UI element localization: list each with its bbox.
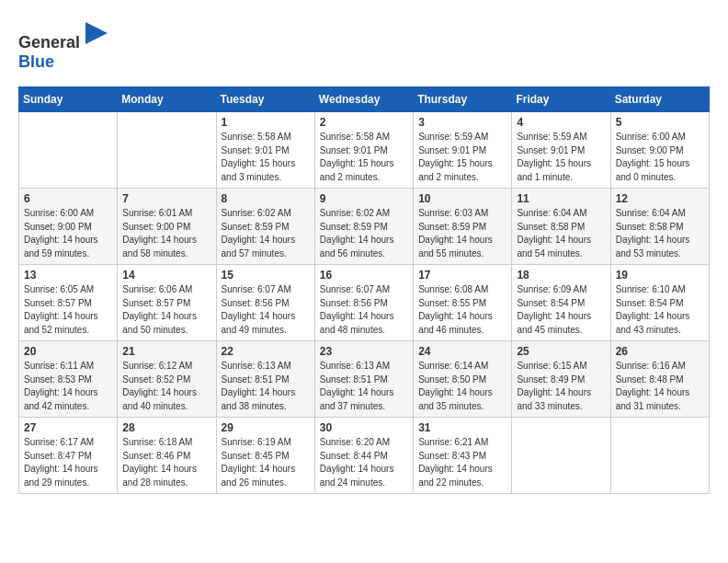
day-number: 6 — [24, 192, 112, 205]
day-info: Sunrise: 6:05 AM Sunset: 8:57 PM Dayligh… — [24, 283, 112, 337]
day-number: 19 — [616, 269, 704, 282]
day-cell: 23Sunrise: 6:13 AM Sunset: 8:51 PM Dayli… — [314, 341, 413, 418]
day-cell: 29Sunrise: 6:19 AM Sunset: 8:45 PM Dayli… — [216, 418, 314, 494]
day-number: 7 — [122, 192, 210, 205]
week-row-2: 13Sunrise: 6:05 AM Sunset: 8:57 PM Dayli… — [19, 265, 710, 341]
page-header: General Blue — [18, 18, 710, 72]
header-row: SundayMondayTuesdayWednesdayThursdayFrid… — [19, 87, 710, 112]
day-number: 15 — [222, 269, 310, 282]
day-cell — [19, 112, 118, 189]
day-cell: 27Sunrise: 6:17 AM Sunset: 8:47 PM Dayli… — [19, 418, 118, 494]
day-number: 4 — [517, 116, 605, 129]
day-number: 9 — [320, 192, 408, 205]
day-info: Sunrise: 6:02 AM Sunset: 8:59 PM Dayligh… — [320, 207, 408, 260]
day-cell: 20Sunrise: 6:11 AM Sunset: 8:53 PM Dayli… — [19, 341, 118, 418]
day-cell: 4Sunrise: 5:59 AM Sunset: 9:01 PM Daylig… — [512, 112, 610, 189]
day-info: Sunrise: 6:14 AM Sunset: 8:50 PM Dayligh… — [418, 360, 506, 413]
day-info: Sunrise: 6:13 AM Sunset: 8:51 PM Dayligh… — [320, 360, 408, 413]
day-number: 13 — [24, 269, 112, 282]
day-info: Sunrise: 6:09 AM Sunset: 8:54 PM Dayligh… — [517, 283, 605, 337]
day-info: Sunrise: 6:15 AM Sunset: 8:49 PM Dayligh… — [517, 360, 605, 413]
day-cell: 17Sunrise: 6:08 AM Sunset: 8:55 PM Dayli… — [414, 265, 512, 341]
day-number: 16 — [320, 269, 408, 282]
day-cell: 13Sunrise: 6:05 AM Sunset: 8:57 PM Dayli… — [19, 265, 118, 341]
day-info: Sunrise: 5:59 AM Sunset: 9:01 PM Dayligh… — [517, 131, 605, 184]
calendar-header: SundayMondayTuesdayWednesdayThursdayFrid… — [19, 87, 710, 112]
day-info: Sunrise: 6:06 AM Sunset: 8:57 PM Dayligh… — [122, 283, 210, 337]
day-cell: 2Sunrise: 5:58 AM Sunset: 9:01 PM Daylig… — [314, 112, 413, 189]
day-info: Sunrise: 6:07 AM Sunset: 8:56 PM Dayligh… — [320, 283, 408, 337]
day-info: Sunrise: 6:03 AM Sunset: 8:59 PM Dayligh… — [418, 207, 506, 260]
calendar-table: SundayMondayTuesdayWednesdayThursdayFrid… — [18, 86, 710, 494]
day-number: 30 — [320, 421, 408, 434]
logo-general: General — [18, 33, 80, 52]
day-number: 12 — [616, 192, 704, 205]
day-number: 18 — [517, 269, 605, 282]
week-row-0: 1Sunrise: 5:58 AM Sunset: 9:01 PM Daylig… — [19, 112, 710, 189]
day-cell: 30Sunrise: 6:20 AM Sunset: 8:44 PM Dayli… — [314, 418, 413, 494]
day-cell: 8Sunrise: 6:02 AM Sunset: 8:59 PM Daylig… — [216, 189, 314, 265]
week-row-1: 6Sunrise: 6:00 AM Sunset: 9:00 PM Daylig… — [19, 189, 710, 265]
logo-text: General Blue — [18, 18, 111, 72]
day-info: Sunrise: 6:13 AM Sunset: 8:51 PM Dayligh… — [222, 360, 310, 413]
day-number: 28 — [122, 421, 210, 434]
day-number: 10 — [418, 192, 506, 205]
day-cell: 9Sunrise: 6:02 AM Sunset: 8:59 PM Daylig… — [314, 189, 413, 265]
day-info: Sunrise: 6:16 AM Sunset: 8:48 PM Dayligh… — [616, 360, 704, 413]
day-number: 14 — [122, 269, 210, 282]
day-info: Sunrise: 6:21 AM Sunset: 8:43 PM Dayligh… — [418, 436, 506, 489]
day-info: Sunrise: 6:01 AM Sunset: 9:00 PM Dayligh… — [122, 207, 210, 260]
day-number: 24 — [418, 345, 506, 358]
day-cell — [118, 112, 216, 189]
header-sunday: Sunday — [19, 87, 118, 112]
day-cell: 26Sunrise: 6:16 AM Sunset: 8:48 PM Dayli… — [610, 341, 709, 418]
day-cell: 7Sunrise: 6:01 AM Sunset: 9:00 PM Daylig… — [118, 189, 216, 265]
day-info: Sunrise: 6:00 AM Sunset: 9:00 PM Dayligh… — [24, 207, 112, 260]
day-info: Sunrise: 6:08 AM Sunset: 8:55 PM Dayligh… — [418, 283, 506, 337]
day-cell: 5Sunrise: 6:00 AM Sunset: 9:00 PM Daylig… — [610, 112, 709, 189]
day-number: 2 — [320, 116, 408, 129]
day-number: 11 — [517, 192, 605, 205]
day-info: Sunrise: 6:10 AM Sunset: 8:54 PM Dayligh… — [616, 283, 704, 337]
header-monday: Monday — [118, 87, 216, 112]
day-number: 21 — [122, 345, 210, 358]
day-cell: 3Sunrise: 5:59 AM Sunset: 9:01 PM Daylig… — [414, 112, 512, 189]
header-wednesday: Wednesday — [314, 87, 413, 112]
svg-marker-0 — [85, 22, 108, 44]
day-number: 20 — [24, 345, 112, 358]
day-info: Sunrise: 6:20 AM Sunset: 8:44 PM Dayligh… — [320, 436, 408, 489]
day-info: Sunrise: 6:11 AM Sunset: 8:53 PM Dayligh… — [24, 360, 112, 413]
day-cell: 16Sunrise: 6:07 AM Sunset: 8:56 PM Dayli… — [314, 265, 413, 341]
logo: General Blue — [18, 18, 111, 72]
day-number: 8 — [222, 192, 310, 205]
day-cell: 22Sunrise: 6:13 AM Sunset: 8:51 PM Dayli… — [216, 341, 314, 418]
day-cell: 12Sunrise: 6:04 AM Sunset: 8:58 PM Dayli… — [610, 189, 709, 265]
day-info: Sunrise: 6:12 AM Sunset: 8:52 PM Dayligh… — [122, 360, 210, 413]
day-info: Sunrise: 6:18 AM Sunset: 8:46 PM Dayligh… — [122, 436, 210, 489]
calendar-body: 1Sunrise: 5:58 AM Sunset: 9:01 PM Daylig… — [19, 112, 710, 494]
day-cell: 6Sunrise: 6:00 AM Sunset: 9:00 PM Daylig… — [19, 189, 118, 265]
day-info: Sunrise: 6:19 AM Sunset: 8:45 PM Dayligh… — [222, 436, 310, 489]
day-cell: 10Sunrise: 6:03 AM Sunset: 8:59 PM Dayli… — [414, 189, 512, 265]
day-info: Sunrise: 6:02 AM Sunset: 8:59 PM Dayligh… — [222, 207, 310, 260]
week-row-3: 20Sunrise: 6:11 AM Sunset: 8:53 PM Dayli… — [19, 341, 710, 418]
day-number: 23 — [320, 345, 408, 358]
day-number: 25 — [517, 345, 605, 358]
week-row-4: 27Sunrise: 6:17 AM Sunset: 8:47 PM Dayli… — [19, 418, 710, 494]
day-info: Sunrise: 5:59 AM Sunset: 9:01 PM Dayligh… — [418, 131, 506, 184]
day-number: 5 — [616, 116, 704, 129]
logo-blue: Blue — [18, 52, 54, 71]
day-cell: 1Sunrise: 5:58 AM Sunset: 9:01 PM Daylig… — [216, 112, 314, 189]
day-cell: 21Sunrise: 6:12 AM Sunset: 8:52 PM Dayli… — [118, 341, 216, 418]
day-cell: 31Sunrise: 6:21 AM Sunset: 8:43 PM Dayli… — [414, 418, 512, 494]
day-number: 29 — [222, 421, 310, 434]
day-number: 27 — [24, 421, 112, 434]
header-friday: Friday — [512, 87, 610, 112]
day-number: 31 — [418, 421, 506, 434]
day-info: Sunrise: 6:04 AM Sunset: 8:58 PM Dayligh… — [517, 207, 605, 260]
day-cell: 24Sunrise: 6:14 AM Sunset: 8:50 PM Dayli… — [414, 341, 512, 418]
day-number: 22 — [222, 345, 310, 358]
header-tuesday: Tuesday — [216, 87, 314, 112]
day-cell: 19Sunrise: 6:10 AM Sunset: 8:54 PM Dayli… — [610, 265, 709, 341]
day-info: Sunrise: 6:17 AM Sunset: 8:47 PM Dayligh… — [24, 436, 112, 489]
